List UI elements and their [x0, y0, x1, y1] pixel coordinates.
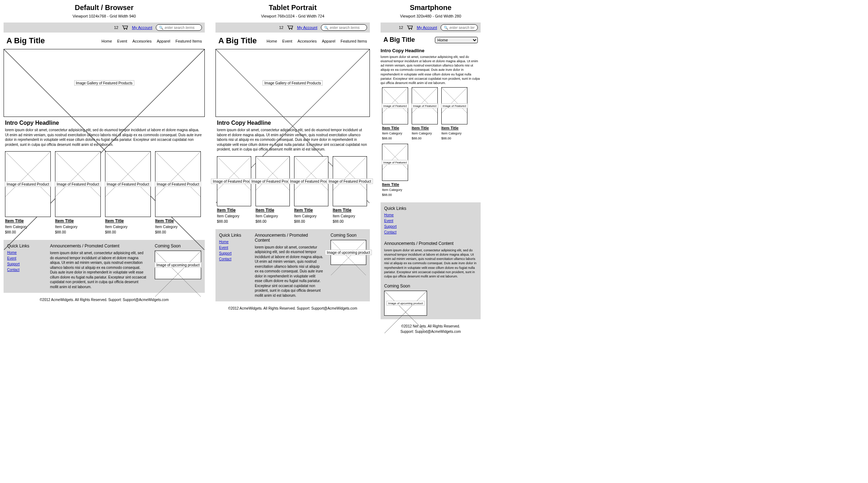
ql-event[interactable]: Event — [384, 219, 477, 223]
top-bar: 12 My Account 🔍 — [381, 23, 481, 33]
card-category: Item Category — [441, 132, 467, 135]
nav-event[interactable]: Event — [282, 39, 292, 43]
product-card[interactable]: Image of Featured ProductItem TitleItem … — [333, 156, 367, 223]
layout-sub-desktop: Viewport 1024x768 - Grid Width 940 — [73, 14, 136, 18]
nav-featured[interactable]: Featured Items — [175, 39, 202, 43]
nav-acc[interactable]: Accesories — [132, 39, 152, 43]
layout-title-phone: Smartphone — [410, 4, 452, 12]
card-image[interactable]: Image of Featured Product — [333, 156, 367, 206]
hero-label: Image Gallery of Featured Products — [74, 80, 134, 86]
card-image[interactable]: Image of Featured Product — [5, 151, 51, 217]
intro-headline: Intro Copy Headline — [381, 48, 481, 53]
card-image[interactable]: Image of Featured Product — [256, 156, 290, 206]
ql-contact[interactable]: Contact — [219, 257, 248, 261]
coming-label: Image of upcoming product — [154, 262, 201, 268]
ql-support[interactable]: Support — [7, 262, 43, 266]
product-card[interactable]: Image of Featured ProductItem TitleItem … — [256, 156, 290, 223]
my-account-link[interactable]: My Account — [417, 25, 437, 30]
cart-count: 12 — [279, 25, 283, 30]
card-image-label: Image of Featured Product — [105, 182, 151, 187]
copyright: ©2012 AcmeWidgets. All Rights Reserved. … — [4, 298, 205, 302]
nav-home[interactable]: Home — [101, 39, 112, 43]
nav-select[interactable]: Home — [435, 37, 478, 43]
card-title[interactable]: Item Title — [412, 126, 438, 130]
nav-apparel[interactable]: Apparel — [322, 39, 336, 43]
product-card[interactable]: Image of FeaturedItem TitleItem Category… — [441, 87, 467, 140]
card-image[interactable]: Image of Featured — [382, 87, 408, 124]
card-image[interactable]: Image of Featured Product — [217, 156, 251, 206]
hero-image[interactable]: Image Gallery of Featured Products — [4, 49, 205, 117]
search-box[interactable]: 🔍 — [156, 24, 202, 31]
ql-home[interactable]: Home — [219, 240, 248, 244]
card-price: $88.00 — [412, 137, 438, 140]
cart-icon[interactable] — [407, 25, 413, 30]
ann-body: lorem ipsum dolor sit amet, consectetur … — [255, 245, 323, 298]
nav-featured[interactable]: Featured Items — [341, 39, 367, 43]
ql-support[interactable]: Support — [219, 251, 248, 255]
card-title[interactable]: Item Title — [382, 126, 408, 130]
card-category: Item Category — [382, 188, 408, 192]
my-account-link[interactable]: My Account — [297, 25, 317, 30]
product-card[interactable]: Image of Featured ProductItem TitleItem … — [294, 156, 328, 223]
product-card[interactable]: Image of Featured ProductItem TitleItem … — [217, 156, 251, 223]
card-title[interactable]: Item Title — [441, 126, 467, 130]
nav-apparel[interactable]: Apparel — [157, 39, 170, 43]
card-image-label: Image of Featured — [441, 103, 468, 108]
nav-acc[interactable]: Accesories — [297, 39, 317, 43]
nav-home[interactable]: Home — [267, 39, 277, 43]
cart-count: 12 — [399, 25, 403, 30]
card-image[interactable]: Image of Featured Product — [105, 151, 151, 217]
coming-image[interactable]: Image of upcoming product — [384, 291, 427, 316]
card-image[interactable]: Image of Featured Product — [294, 156, 328, 206]
top-bar: 12 My Account 🔍 — [4, 23, 205, 33]
svg-point-14 — [289, 29, 290, 30]
search-box[interactable]: 🔍 — [441, 24, 478, 31]
card-image-label: Image of Featured Product — [327, 178, 373, 184]
search-input[interactable] — [330, 26, 364, 30]
card-price: $88.00 — [333, 220, 367, 223]
product-card[interactable]: Image of FeaturedItem TitleItem Category… — [382, 87, 408, 140]
card-price: $88.00 — [256, 220, 290, 223]
card-title[interactable]: Item Title — [217, 208, 251, 213]
card-image[interactable]: Image of Featured Product — [155, 151, 201, 217]
hero-image[interactable]: Image Gallery of Featured Products — [215, 49, 370, 117]
search-input[interactable] — [165, 26, 199, 30]
card-title[interactable]: Item Title — [256, 208, 290, 213]
card-image[interactable]: Image of Featured Product — [55, 151, 101, 217]
cart-icon[interactable] — [122, 25, 128, 30]
product-card[interactable]: Image of FeaturedItem TitleItem Category… — [382, 144, 408, 197]
card-title[interactable]: Item Title — [294, 208, 328, 213]
site-title: A Big Title — [383, 36, 415, 44]
search-icon: 🔍 — [159, 26, 163, 30]
card-price: $88.00 — [294, 220, 328, 223]
svg-point-1 — [126, 29, 127, 30]
ql-home[interactable]: Home — [384, 213, 477, 217]
ann-body: lorem ipsum dolor sit amet, consectetur … — [384, 248, 477, 279]
my-account-link[interactable]: My Account — [132, 25, 152, 30]
ql-event[interactable]: Event — [219, 246, 248, 250]
nav-event[interactable]: Event — [117, 39, 127, 43]
main-nav: Home Event Accesories Apparel Featured I… — [263, 38, 367, 44]
cart-icon[interactable] — [287, 25, 293, 30]
card-image[interactable]: Image of Featured — [412, 87, 438, 124]
search-input[interactable] — [450, 26, 475, 30]
coming-image[interactable]: Image of upcoming product — [155, 251, 201, 279]
product-card[interactable]: Image of FeaturedItem TitleItem Category… — [412, 87, 438, 140]
ql-contact[interactable]: Contact — [384, 230, 477, 234]
card-image[interactable]: Image of Featured — [382, 144, 408, 181]
card-image-label: Image of Featured Product — [55, 182, 101, 187]
search-icon: 🔍 — [324, 26, 328, 30]
ql-support[interactable]: Support — [384, 225, 477, 228]
card-image[interactable]: Image of Featured — [441, 87, 467, 124]
search-box[interactable]: 🔍 — [321, 24, 367, 31]
ql-contact[interactable]: Contact — [7, 268, 43, 272]
coming-title: Coming Soon — [331, 233, 366, 238]
ql-home[interactable]: Home — [7, 251, 43, 255]
card-image-label: Image of Featured — [382, 160, 408, 164]
svg-point-29 — [411, 29, 412, 30]
card-category: Item Category — [382, 132, 408, 135]
card-title[interactable]: Item Title — [333, 208, 367, 213]
coming-image[interactable]: Image of upcoming product — [331, 240, 366, 265]
ql-event[interactable]: Event — [7, 256, 43, 260]
card-title[interactable]: Item Title — [382, 182, 408, 187]
